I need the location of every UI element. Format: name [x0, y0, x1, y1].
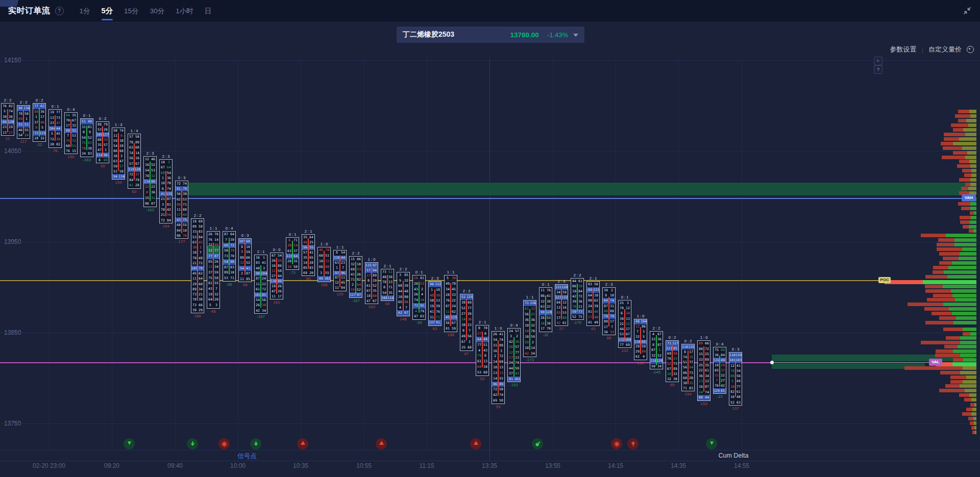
- footprint-cell: 51: [23, 122, 30, 128]
- footprint-candle[interactable]: 1 : 153049703445283376228724116245115566…: [444, 275, 457, 332]
- footprint-candle[interactable]: 0 : 372749178563062538071118817444375605…: [175, 181, 188, 239]
- footprint-candle[interactable]: 2 : 116183414839010487241122617210185545…: [254, 255, 267, 314]
- footprint-candle[interactable]: 0 : 1671301463371336429353450-73: [286, 237, 299, 270]
- footprint-candle[interactable]: 2 : 1735140587813071543510811669: [381, 269, 394, 301]
- footprint-candle[interactable]: 1 : 1854126446323179396871112451184120: [333, 250, 347, 291]
- footprint-candle[interactable]: 1 : 457507889636874145616576711912872378…: [128, 134, 141, 189]
- tab-1小时[interactable]: 1小时: [170, 0, 199, 22]
- signal-marker-tu[interactable]: [470, 438, 481, 449]
- val-tag[interactable]: VAL: [929, 359, 942, 366]
- signal-marker-sn[interactable]: [218, 438, 230, 449]
- footprint-candle[interactable]: 0 : 288795326105137683335574711149606939: [96, 121, 109, 163]
- footprint-cell: 14: [530, 345, 536, 351]
- footprint-candle[interactable]: 2 : 219698958338353846342302107794921721…: [191, 218, 204, 313]
- footprint-cell: 5: [39, 125, 45, 131]
- footprint-candle[interactable]: 1 : 026413474318816327214691013131314559…: [492, 331, 505, 404]
- custom-volume-price-button[interactable]: 自定义量价: [928, 45, 962, 54]
- footprint-cell: 41: [308, 250, 314, 255]
- footprint-candle[interactable]: 2 : 10702706449775144379661136410536852: [476, 325, 489, 376]
- signal-marker-ad[interactable]: [250, 438, 261, 449]
- profile-bar-buy: [948, 266, 976, 269]
- collapse-icon[interactable]: [963, 6, 972, 15]
- footprint-candle[interactable]: 2 : 2467333688787132521101205034-145: [650, 331, 663, 369]
- panel-help-button[interactable]: ?: [874, 65, 883, 74]
- footprint-candle[interactable]: 1 : 0457960511072668035588102156: [317, 247, 331, 282]
- footprint-candle[interactable]: 2 : 310367646854136107067441135218738170…: [159, 159, 173, 223]
- signal-marker-au[interactable]: [627, 438, 639, 449]
- footprint-candle[interactable]: 2 : 23855326839444810806586476267148: [397, 272, 410, 316]
- footprint-cell: 89: [134, 140, 140, 145]
- footprint-cell: 61: [577, 279, 583, 284]
- candle-delta-bar: [466, 299, 467, 340]
- footprint-candle[interactable]: 1 : 171136611256223636103250701059592101…: [523, 300, 536, 357]
- footprint-candle[interactable]: 2 : 312461652545378321348622220361531868…: [143, 156, 157, 207]
- footprint-candle[interactable]: 0 : 310760918759886632525441287118548: [238, 238, 252, 282]
- footprint-candle[interactable]: 0 : 067542655168611582744130891926472611…: [270, 253, 283, 299]
- candle-delta-bar: [244, 242, 246, 275]
- poc-tag[interactable]: POC: [878, 277, 891, 283]
- expand-panel-button[interactable]: >: [874, 57, 883, 65]
- signal-series-label[interactable]: 信号点: [237, 452, 257, 461]
- footprint-cell: 23: [672, 356, 678, 361]
- footprint-candle[interactable]: 2 : 251125386952772726143638230749566722…: [460, 294, 473, 351]
- signal-marker-td[interactable]: [124, 438, 135, 449]
- footprint-candle[interactable]: 0 : 126812653432264741473954794783-59: [412, 275, 426, 320]
- footprint-candle[interactable]: 0 : 1117686413238632299128265330361770-3…: [539, 287, 552, 332]
- footprint-row: 94134: [112, 174, 125, 179]
- candle-delta-bar: [656, 335, 657, 365]
- footprint-candle[interactable]: 2 : 339291064748731808879798817177363368: [602, 287, 616, 335]
- footprint-candle[interactable]: 2 : 244618650198442723936781159735275-17…: [571, 278, 584, 320]
- footprint-candle[interactable]: 0 : 211013581774155177565486736020383571…: [681, 344, 695, 391]
- footprint-cell: 5: [207, 303, 213, 308]
- signal-marker-pin[interactable]: [532, 438, 543, 449]
- tab-日[interactable]: 日: [199, 0, 217, 22]
- tab-1分[interactable]: 1分: [74, 0, 96, 22]
- footprint-candle[interactable]: 1 : 126767614326012777787852611343759755…: [207, 231, 220, 309]
- footprint-candle[interactable]: 1 : 350741165938542888683836347595751589…: [112, 128, 125, 180]
- footprint-cell: 65: [308, 255, 314, 260]
- footprint-candle[interactable]: 0 : 151403181095452758378382483-163: [80, 118, 93, 157]
- profile-bar-buy: [965, 133, 976, 136]
- signal-marker-tu[interactable]: [297, 438, 308, 449]
- footprint-candle[interactable]: 0 : 271117121856950762352736789183332309…: [666, 340, 679, 382]
- profile-bar-sell: [944, 137, 959, 141]
- vah-tag[interactable]: VAH: [962, 194, 976, 202]
- footprint-cell: 60: [213, 242, 219, 248]
- tab-5分[interactable]: 5分: [96, 0, 119, 22]
- footprint-candle[interactable]: 0 : 125379126243913221544175367132109776…: [618, 300, 631, 348]
- instrument-selector[interactable]: 丁二烯橡胶2503 13780.00 -1.43%: [397, 27, 584, 43]
- profile-bar-buy: [971, 173, 976, 177]
- help-icon[interactable]: ?: [55, 7, 64, 15]
- footprint-candle[interactable]: 2 : 2801367850891555146555424117: [17, 105, 30, 139]
- footprint-cell: 55: [308, 245, 314, 250]
- footprint-candle[interactable]: 0 : 277638836117374685721151832-22: [33, 103, 46, 142]
- tab-15分[interactable]: 15分: [118, 0, 144, 22]
- signal-marker-sn[interactable]: [611, 438, 622, 449]
- footprint-candle[interactable]: 0 : 48435706717328055753757260517615150: [64, 112, 78, 154]
- footprint-candle[interactable]: 2 : 396112118483650131939417631711379163: [428, 281, 442, 326]
- footprint-cell: 40: [87, 119, 93, 124]
- signal-marker-td[interactable]: [706, 438, 717, 449]
- footprint-row: 385: [397, 272, 409, 278]
- footprint-candle[interactable]: 2 : 215863210695341267182264555211797-16…: [349, 256, 362, 298]
- profile-bar-buy: [974, 403, 976, 407]
- footprint-candle[interactable]: 1 : 089668072152532892535226136341312168…: [697, 340, 710, 401]
- footprint-candle[interactable]: 0 : 311013910310312417854885656830778261…: [729, 352, 742, 406]
- footprint-candle[interactable]: 0 : 424573242385057127717132474445937439…: [507, 328, 521, 382]
- footprint-candle[interactable]: 1 : 0491041286733251366829592984624163: [634, 319, 647, 360]
- footprint-candle[interactable]: 0 : 1197713732347104445457236208276: [48, 109, 62, 148]
- footprint-candle[interactable]: 1 : 011597579417898196152673518804767163: [365, 262, 378, 304]
- signal-marker-ad[interactable]: [187, 438, 198, 449]
- target-icon[interactable]: [967, 46, 974, 53]
- footprint-candle[interactable]: 0 : 475693684132491829653731227277642129…: [713, 347, 726, 394]
- footprint-candle[interactable]: 2 : 276825743036661202319132711: [1, 103, 14, 136]
- footprint-candle[interactable]: 0 : 487647396872503973705496878389105371…: [223, 231, 236, 282]
- footprint-candle[interactable]: 2 : 313112034591231328412131685531780426…: [555, 284, 568, 326]
- settings-button[interactable]: 参数设置: [890, 45, 917, 54]
- footprint-candle[interactable]: 2 : 183566913164108062243981407740414943: [586, 281, 600, 326]
- footprint-row: 7682: [2, 104, 14, 109]
- signal-marker-tu[interactable]: [376, 438, 387, 449]
- instrument-name: 丁二烯橡胶2503: [403, 30, 454, 39]
- footprint-candle[interactable]: 2 : 13564462556555741356514288583692090: [302, 234, 315, 276]
- tab-30分[interactable]: 30分: [144, 0, 170, 22]
